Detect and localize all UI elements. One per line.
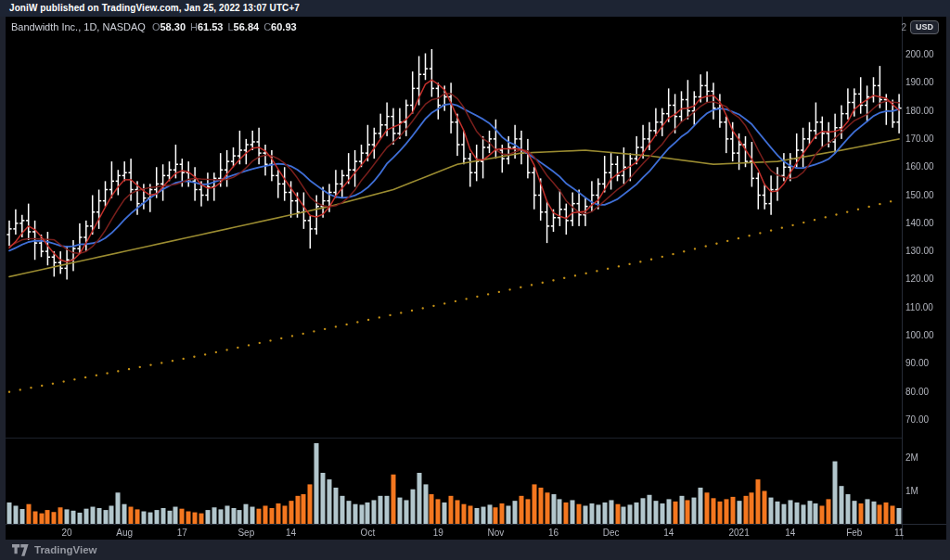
time-axis-label: 14 bbox=[785, 528, 795, 538]
ohlc-open: O58.30 bbox=[152, 21, 186, 32]
footer-bar: TradingView bbox=[0, 540, 950, 560]
price-axis-label: 160.00 bbox=[905, 161, 934, 172]
symbol-legend: Bandwidth Inc., 1D, NASDAQO58.30H61.53L5… bbox=[11, 21, 302, 32]
price-volume-chart[interactable] bbox=[6, 17, 946, 540]
time-axis-label: 16 bbox=[548, 528, 558, 538]
currency-badge[interactable]: USD bbox=[910, 20, 939, 34]
tradingview-snapshot: JoniW published on TradingView.com, Jan … bbox=[0, 0, 950, 560]
price-axis-label: 190.00 bbox=[905, 77, 934, 87]
price-axis-label: 130.00 bbox=[905, 246, 934, 256]
price-axis-label: 180.00 bbox=[905, 106, 934, 116]
price-axis-label: 110.00 bbox=[905, 302, 933, 312]
volume-axis-label: 2M bbox=[905, 452, 918, 463]
time-axis-label: Sep bbox=[238, 528, 254, 538]
scale-number: 2 bbox=[901, 22, 906, 32]
time-axis-label: Oct bbox=[361, 528, 376, 538]
publish-text: JoniW published on TradingView.com, Jan … bbox=[9, 3, 300, 13]
time-axis-label: 2021 bbox=[728, 528, 749, 538]
time-axis-label: Aug bbox=[116, 528, 133, 538]
time-axis-label: Feb bbox=[846, 528, 862, 538]
price-scale-controls[interactable]: 2 USD bbox=[901, 20, 939, 34]
ohlc-high: H61.53 bbox=[190, 21, 223, 32]
price-axis-label: 170.00 bbox=[905, 134, 934, 144]
price-axis-label: 150.00 bbox=[905, 190, 934, 200]
symbol-title: Bandwidth Inc., 1D, NASDAQ bbox=[11, 21, 146, 32]
time-axis-label: 19 bbox=[433, 528, 443, 538]
time-axis-label: 17 bbox=[177, 528, 187, 538]
price-axis-label: 200.00 bbox=[905, 49, 934, 59]
price-axis-label: 90.00 bbox=[905, 358, 929, 368]
volume-axis-label: 1M bbox=[905, 486, 918, 496]
price-axis-label: 100.00 bbox=[905, 330, 934, 340]
tradingview-brand[interactable]: TradingView bbox=[34, 544, 97, 555]
tradingview-logo-icon[interactable] bbox=[12, 544, 29, 556]
time-axis-label: 20 bbox=[62, 528, 72, 538]
time-axis-label: 11 bbox=[894, 528, 904, 538]
chart-widget: Bandwidth Inc., 1D, NASDAQO58.30H61.53L5… bbox=[6, 17, 946, 540]
time-axis-label: Dec bbox=[603, 528, 620, 538]
price-axis-label: 80.00 bbox=[905, 387, 929, 397]
ohlc-low: L56.84 bbox=[227, 21, 259, 32]
price-axis-label: 120.00 bbox=[905, 274, 934, 284]
price-axis-label: 140.00 bbox=[905, 218, 934, 228]
time-axis-label: 14 bbox=[663, 528, 674, 538]
time-axis-label: Nov bbox=[487, 528, 504, 538]
publish-bar: JoniW published on TradingView.com, Jan … bbox=[0, 0, 950, 17]
price-axis-label: 70.00 bbox=[905, 414, 929, 425]
ohlc-close: C60.93 bbox=[263, 21, 296, 32]
time-axis-label: 14 bbox=[286, 528, 296, 538]
